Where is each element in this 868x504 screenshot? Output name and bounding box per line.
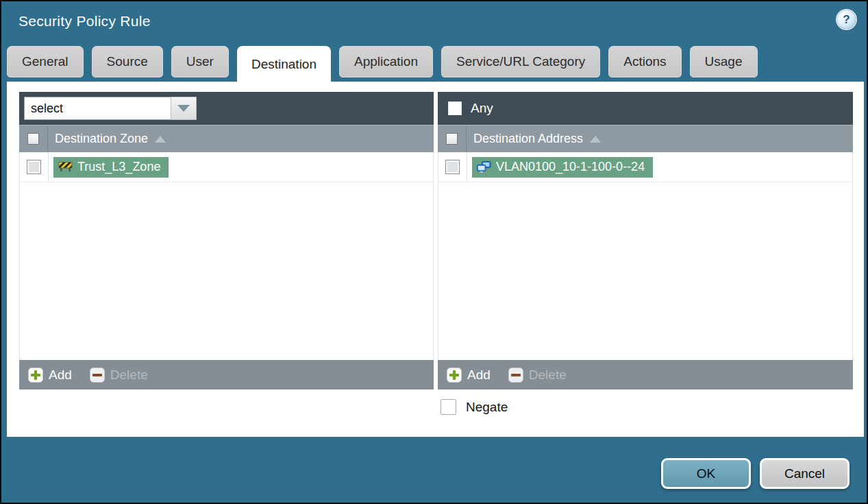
zone-select-input[interactable] (24, 97, 171, 120)
destination-tab-content: Destination Zone (7, 82, 864, 437)
zone-delete-label: Delete (110, 368, 148, 383)
address-column-title: Destination Address (473, 132, 583, 146)
minus-icon (508, 368, 523, 383)
address-column-header[interactable]: Destination Address (438, 125, 853, 152)
zone-icon (58, 161, 73, 172)
zone-row-checkbox[interactable] (27, 160, 41, 174)
plus-icon (447, 368, 462, 383)
zone-row-checkbox-cell (20, 152, 49, 182)
table-row[interactable]: Trust_L3_Zone (20, 152, 433, 182)
zone-select-group (24, 97, 197, 120)
tab-source[interactable]: Source (92, 46, 163, 77)
tab-application[interactable]: Application (339, 46, 433, 77)
dialog-title: Security Policy Rule (18, 13, 151, 29)
address-select-all-cell (438, 125, 467, 152)
address-icon (477, 161, 491, 173)
any-option: Any (443, 101, 493, 116)
tab-service-url-category[interactable]: Service/URL Category (441, 46, 600, 77)
table-row[interactable]: VLAN0100_10-1-100-0--24 (438, 152, 852, 182)
address-delete-button[interactable]: Delete (508, 368, 567, 383)
minus-icon (90, 368, 105, 383)
tab-actions[interactable]: Actions (608, 46, 681, 77)
destination-address-panel: Any Destination Address (438, 92, 853, 389)
zone-add-button[interactable]: Add (28, 368, 72, 383)
zone-add-label: Add (49, 368, 72, 383)
address-item[interactable]: VLAN0100_10-1-100-0--24 (472, 157, 653, 178)
tab-user[interactable]: User (171, 46, 229, 77)
chevron-down-icon (177, 105, 190, 112)
zone-delete-button[interactable]: Delete (90, 368, 148, 383)
tab-general[interactable]: General (7, 46, 84, 77)
address-row-checkbox[interactable] (445, 160, 460, 174)
address-item-label: VLAN0100_10-1-100-0--24 (496, 160, 645, 174)
cancel-button[interactable]: Cancel (760, 458, 850, 489)
address-delete-label: Delete (529, 368, 567, 383)
negate-checkbox[interactable] (441, 399, 456, 415)
zone-column-header[interactable]: Destination Zone (19, 125, 434, 152)
zone-item[interactable]: Trust_L3_Zone (53, 157, 169, 178)
destination-zone-panel: Destination Zone (19, 92, 434, 389)
negate-option: Negate (441, 399, 508, 415)
sort-ascending-icon (155, 136, 166, 143)
zone-column-title: Destination Zone (55, 132, 148, 146)
address-panel-toolbar: Any (438, 92, 853, 125)
tab-usage[interactable]: Usage (690, 46, 758, 77)
zone-select-all-checkbox[interactable] (27, 133, 39, 145)
address-select-all-checkbox[interactable] (446, 133, 458, 145)
zone-select-dropdown-button[interactable] (171, 97, 197, 120)
zone-item-label: Trust_L3_Zone (77, 160, 160, 174)
any-label: Any (471, 101, 493, 116)
zone-select-all-cell (19, 125, 48, 152)
tab-destination[interactable]: Destination (237, 46, 331, 82)
address-row-checkbox-cell (438, 152, 467, 182)
ok-button[interactable]: OK (661, 458, 751, 489)
help-icon[interactable]: ? (837, 10, 856, 29)
any-checkbox[interactable] (448, 101, 462, 115)
sort-ascending-icon (590, 136, 601, 143)
address-add-button[interactable]: Add (447, 368, 491, 383)
zone-panel-toolbar (19, 92, 434, 125)
address-panel-footer: Add Delete (438, 360, 853, 389)
zone-list: Trust_L3_Zone (19, 152, 434, 360)
negate-label: Negate (466, 400, 508, 415)
plus-icon (28, 368, 43, 383)
zone-panel-footer: Add Delete (19, 360, 434, 389)
address-add-label: Add (467, 368, 491, 383)
security-policy-rule-dialog: Security Policy Rule ? General Source Us… (0, 0, 868, 504)
tab-bar: General Source User Destination Applicat… (7, 46, 758, 82)
address-list: VLAN0100_10-1-100-0--24 (438, 152, 853, 360)
